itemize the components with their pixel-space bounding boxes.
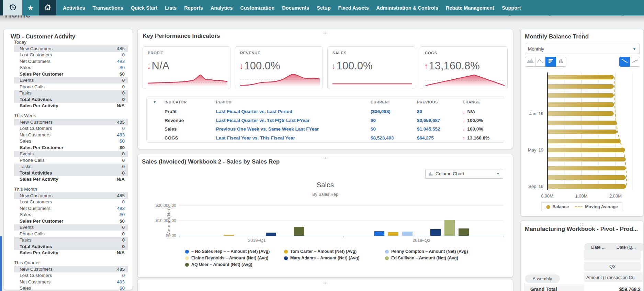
drag-handle[interactable] <box>323 156 327 159</box>
activity-row-value: 0 <box>122 97 125 102</box>
balance-bar[interactable] <box>548 93 614 98</box>
balance-bar[interactable] <box>548 121 617 125</box>
chart-type-dropdown[interactable]: Column Chart ▼ <box>425 169 503 179</box>
nav-item-fixed-assets[interactable]: Fixed Assets <box>335 0 373 15</box>
sales-bar-ed-sullivan-amount-net-avg[interactable] <box>444 220 455 236</box>
activity-row-value[interactable]: 483 <box>117 59 125 64</box>
sales-bar-mary-adams-amount-net-avg[interactable] <box>430 229 441 236</box>
balance-bar[interactable] <box>548 139 621 143</box>
legend-item-mary-adams-amount-net-avg[interactable]: Mary Adams – Amount (Net) (Avg) <box>284 256 385 260</box>
curve-icon <box>632 58 639 65</box>
activity-row-label: Sales <box>20 286 31 290</box>
balance-bar[interactable] <box>548 157 626 161</box>
activity-row-value[interactable]: $0 <box>120 138 125 144</box>
area-chart-toggle[interactable] <box>525 57 535 67</box>
balance-bar[interactable] <box>548 130 617 134</box>
period-dropdown[interactable]: Monthly ▼ <box>525 44 640 54</box>
legend-item-no-sales-rep-amount-net-avg[interactable]: – No Sales Rep – – Amount (Net) (Avg) <box>185 249 284 254</box>
kpi-current-value[interactable]: ($36,068) <box>371 109 417 114</box>
balance-bar[interactable] <box>548 148 625 152</box>
kpi-tile-cogs[interactable]: COGS↑13,160.8% <box>420 46 508 89</box>
legend-item-aq-user-amount-net-avg[interactable]: AQ User – Amount (Net) (Avg) <box>185 262 284 267</box>
activity-row-value[interactable]: 0 <box>122 199 125 204</box>
legend-item-tom-carter-amount-net-avg[interactable]: Tom Carter – Amount (Net) (Avg) <box>284 249 385 254</box>
nav-item-activities[interactable]: Activities <box>59 0 89 15</box>
pivot-row-pill[interactable]: Assembly <box>525 275 560 283</box>
kpi-period-link[interactable]: Last Fiscal Quarter vs. Last Period <box>216 109 371 114</box>
nav-item-documents[interactable]: Documents <box>278 0 313 15</box>
legend-balance[interactable]: Balance <box>546 204 569 209</box>
legend-item-elaine-reynolds-amount-net-avg[interactable]: Elaine Reynolds – Amount (Net) (Avg) <box>185 256 284 260</box>
activity-row-value[interactable]: 483 <box>117 279 125 284</box>
sales-bar-penny-compton-amount-net-avg[interactable] <box>402 232 413 236</box>
balance-x-tick-label: 2.00M <box>603 193 628 199</box>
kpi-tile-sales[interactable]: SALES↓100.0% <box>327 46 415 89</box>
activity-row-value[interactable]: 0 <box>122 273 125 278</box>
activity-row-value[interactable]: 0 <box>122 126 125 131</box>
drag-handle[interactable] <box>323 31 327 34</box>
nav-item-lists[interactable]: Lists <box>161 0 180 15</box>
kpi-tile-revenue[interactable]: REVENUE↓100.0% <box>235 46 323 89</box>
activity-row: Total Activities0 <box>14 243 128 250</box>
legend-item-penny-compton-amount-net-avg[interactable]: Penny Compton – Amount (Net) (Avg) <box>385 249 500 254</box>
horizontal-bar-chart-toggle[interactable] <box>545 57 556 67</box>
kpi-period-link[interactable]: Last Fiscal Quarter vs. 1st FQtr Last FY… <box>216 118 371 123</box>
balance-bar[interactable] <box>548 184 626 189</box>
recent-history-button[interactable] <box>3 0 22 15</box>
drag-handle[interactable] <box>323 281 327 284</box>
sales-bar-no-sales-rep-amount-net-avg[interactable] <box>374 231 384 236</box>
kpi-table: ▼INDICATORPERIODCURRENTPREVIOUSCHANGE Pr… <box>146 97 504 143</box>
sales-bar-aq-user-amount-net-avg[interactable] <box>459 228 469 236</box>
nav-item-setup[interactable]: Setup <box>313 0 334 15</box>
line-chart-toggle[interactable] <box>535 57 546 67</box>
smooth-line-on-toggle[interactable] <box>619 57 630 67</box>
smooth-line-off-toggle[interactable] <box>630 57 640 67</box>
balance-bar[interactable] <box>548 175 626 180</box>
legend-item-ed-sullivan-amount-net-avg[interactable]: Ed Sullivan – Amount (Net) (Avg) <box>385 256 500 260</box>
balance-bar[interactable] <box>548 102 614 107</box>
drag-handle[interactable] <box>580 223 584 226</box>
sales-bar-mary-adams-amount-net-avg[interactable] <box>266 233 276 236</box>
activity-row-value[interactable]: 483 <box>117 132 125 137</box>
nav-item-customization[interactable]: Customization <box>236 0 278 15</box>
nav-item-support[interactable]: Support <box>498 0 525 15</box>
nav-item-analytics[interactable]: Analytics <box>207 0 236 15</box>
left-scrollbar[interactable] <box>0 236 2 291</box>
activity-row-value[interactable]: 483 <box>117 206 125 211</box>
nav-item-reports[interactable]: Reports <box>180 0 207 15</box>
activity-row-value[interactable]: 0 <box>122 52 125 57</box>
home-button[interactable] <box>39 0 56 15</box>
activity-row-value[interactable]: $0 <box>120 286 125 290</box>
nav-item-transactions[interactable]: Transactions <box>89 0 127 15</box>
kpi-period-link[interactable]: Last Fiscal Year vs. This Fiscal Year <box>216 135 371 141</box>
nav-item-administration-controls[interactable]: Administration & Controls <box>372 0 442 15</box>
kpi-period-link[interactable]: Previous One Week vs. Same Week Last FYe… <box>216 126 371 132</box>
nav-item-quick-start[interactable]: Quick Start <box>127 0 161 15</box>
kpi-current-value[interactable]: $0 <box>371 126 417 132</box>
kpi-previous-value[interactable]: $3,659,687 <box>417 118 463 123</box>
sales-bar-tom-carter-amount-net-avg[interactable] <box>388 232 398 236</box>
pivot-measure-cell: Amount (Transaction Cu <box>584 272 643 282</box>
legend-moving-average[interactable]: Moving Average <box>575 204 618 209</box>
kpi-tile-profit[interactable]: PROFIT↓N/A <box>143 46 230 89</box>
column-chart-toggle[interactable] <box>556 57 566 67</box>
nav-item-rebate-management[interactable]: Rebate Management <box>442 0 498 15</box>
balance-bar[interactable] <box>548 111 614 116</box>
kpi-previous-value[interactable]: $1,045,552 <box>417 126 463 132</box>
balance-bar[interactable] <box>548 84 614 89</box>
kpi-previous-value[interactable]: $0 <box>417 109 463 114</box>
sales-bar-aq-user-amount-net-avg[interactable] <box>294 227 304 236</box>
sales-bar-tom-carter-amount-net-avg[interactable] <box>224 235 234 236</box>
kpi-current-value[interactable]: $8,523,403 <box>371 135 417 141</box>
favorites-button[interactable]: ★ <box>22 0 39 15</box>
balance-bar[interactable] <box>548 166 626 170</box>
activity-row-label: Events <box>20 78 34 83</box>
activity-row-value[interactable]: $0 <box>120 212 125 217</box>
collapse-triangle-icon[interactable]: ▼ <box>153 100 165 104</box>
kpi-change-value: 100.0% <box>467 126 483 132</box>
balance-bar[interactable] <box>548 75 614 79</box>
kpi-current-value[interactable]: $0 <box>371 118 417 123</box>
kpi-previous-value[interactable]: $64,275 <box>417 135 463 141</box>
activity-row-value[interactable]: $0 <box>120 65 125 70</box>
activity-row-label: New Customers <box>20 267 53 272</box>
